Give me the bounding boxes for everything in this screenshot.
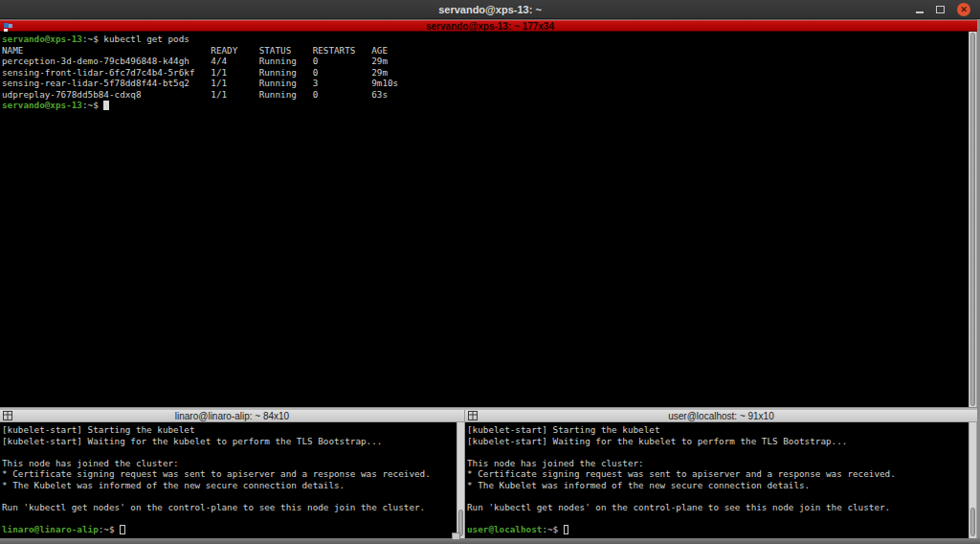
window-title: servando@xps-13: ~ <box>0 0 980 19</box>
terminal-bottom-right-output: [kubelet-start] Starting the kubelet [ku… <box>465 422 969 534</box>
maximize-button[interactable] <box>934 3 947 16</box>
window-bottom-edge <box>0 538 980 544</box>
splitter-resize-handle[interactable] <box>452 533 460 540</box>
terminal-bottom-right-scrollbar[interactable] <box>969 422 977 538</box>
terminal-top-output: servando@xps-13:~$ kubectl get pods NAME… <box>0 32 969 111</box>
close-button[interactable]: ✕ <box>957 3 970 16</box>
minimize-icon <box>916 11 924 13</box>
scrollbar-thumb[interactable] <box>970 508 975 536</box>
pane-title-linaro: linaro@linaro-alip: ~ 84x10 <box>0 410 464 422</box>
window-titlebar[interactable]: servando@xps-13: ~ ✕ <box>0 0 980 19</box>
scrollbar-thumb[interactable] <box>970 33 975 406</box>
terminal-bottom-left[interactable]: [kubelet-start] Starting the kubelet [ku… <box>0 422 457 538</box>
cursor-unfocused <box>120 525 125 534</box>
shell-prompt: linaro@linaro-alip <box>2 524 99 534</box>
pane-title-user: user@localhost: ~ 91x10 <box>465 410 977 422</box>
vertical-pane-divider[interactable] <box>464 410 465 538</box>
shell-prompt: user@localhost <box>467 524 542 534</box>
cursor-unfocused <box>564 525 569 534</box>
terminal-bottom-left-output: [kubelet-start] Starting the kubelet [ku… <box>0 422 457 534</box>
focused-pane-titlebar[interactable]: servando@xps-13: ~ 177x34 <box>0 20 980 32</box>
pane-titlebar-linaro[interactable]: linaro@linaro-alip: ~ 84x10 <box>0 410 464 422</box>
terminal-bottom-right[interactable]: [kubelet-start] Starting the kubelet [ku… <box>465 422 969 538</box>
terminal-top[interactable]: servando@xps-13:~$ kubectl get pods NAME… <box>0 32 969 407</box>
terminal-top-scrollbar[interactable] <box>969 32 977 407</box>
cursor-focused <box>103 101 109 110</box>
pane-titlebar-user[interactable]: user@localhost: ~ 91x10 <box>465 410 977 422</box>
shell-prompt: servando@xps-13 <box>2 34 82 44</box>
minimize-button[interactable] <box>913 3 926 16</box>
shell-prompt: servando@xps-13 <box>2 100 82 110</box>
maximize-icon <box>936 6 945 13</box>
